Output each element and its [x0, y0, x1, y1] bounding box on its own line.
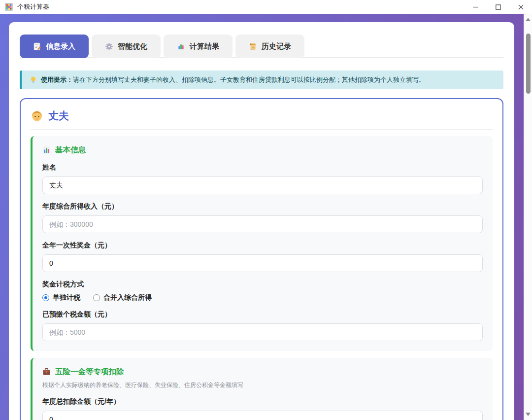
divider: [31, 129, 493, 130]
basic-info-header: 基本信息: [42, 145, 483, 155]
annual-income-input[interactable]: [42, 215, 483, 233]
radio-separate-tax[interactable]: 单独计税: [42, 293, 80, 302]
usage-tip-banner: 使用提示：请在下方分别填写丈夫和妻子的收入、扣除项信息。子女教育和住房贷款利息可…: [20, 70, 503, 89]
title-bar: 个税计算器: [0, 0, 532, 14]
maximize-button[interactable]: [487, 0, 509, 14]
radio-label: 单独计税: [53, 293, 80, 302]
husband-card: 丈夫 基本信息 姓名: [20, 98, 503, 420]
husband-title: 丈夫: [48, 109, 69, 123]
tab-history[interactable]: 历史记录: [235, 35, 304, 58]
gear-icon: [105, 42, 113, 51]
tab-label: 计算结果: [190, 42, 219, 51]
tab-bar: 信息录入 智能优化: [20, 35, 503, 58]
app-icon: [5, 3, 13, 11]
radio-label: 合并入综合所得: [103, 293, 152, 302]
lightbulb-icon: [30, 76, 37, 84]
bonus-tax-method-group: 单独计税 合并入综合所得: [42, 293, 483, 302]
window-title: 个税计算器: [17, 2, 49, 11]
social-insurance-header: 五险一金等专项扣除: [42, 367, 483, 377]
husband-header: 丈夫: [31, 109, 493, 123]
annual-income-label: 年度综合所得收入（元）: [42, 202, 483, 211]
tab-smart-optimize[interactable]: 智能优化: [92, 35, 161, 58]
scroll-icon: [249, 42, 257, 51]
tab-info-entry[interactable]: 信息录入: [20, 35, 89, 58]
annual-bonus-input[interactable]: [42, 254, 483, 272]
scrollbar-thumb[interactable]: [526, 34, 531, 94]
prepaid-tax-input[interactable]: [42, 323, 483, 341]
radio-selected-icon[interactable]: [42, 294, 49, 301]
radio-merge-comprehensive[interactable]: 合并入综合所得: [93, 293, 152, 302]
basic-info-section: 基本信息 姓名 年度综合所得收入（元） 全年一次性奖金（元） 奖金计税方式 单独…: [31, 136, 493, 351]
tab-calc-result[interactable]: 计算结果: [164, 35, 233, 58]
memo-icon: [33, 42, 41, 51]
social-insurance-section: 五险一金等专项扣除 根据个人实际缴纳的养老保险、医疗保险、失业保险、住房公积金等…: [31, 358, 493, 420]
annual-deduction-label: 年度总扣除金额（元/年）: [42, 397, 483, 406]
bonus-tax-method-label: 奖金计税方式: [42, 280, 483, 289]
radio-unselected-icon[interactable]: [93, 294, 100, 301]
bar-chart-icon: [177, 42, 185, 51]
app-background: 信息录入 智能优化: [0, 14, 524, 420]
scroll-up-arrow-icon[interactable]: [526, 18, 531, 21]
social-insurance-description: 根据个人实际缴纳的养老保险、医疗保险、失业保险、住房公积金等金额填写: [42, 381, 483, 389]
tip-text: 使用提示：请在下方分别填写丈夫和妻子的收入、扣除项信息。子女教育和住房贷款利息可…: [41, 75, 425, 84]
content-panel: 信息录入 智能优化: [9, 22, 514, 420]
bar-chart-icon: [42, 146, 51, 154]
tab-label: 信息录入: [46, 42, 75, 51]
prepaid-tax-label: 已预缴个税金额（元）: [42, 310, 483, 319]
name-input[interactable]: [42, 176, 483, 194]
basic-info-title: 基本信息: [55, 145, 86, 155]
vertical-scrollbar[interactable]: [524, 14, 532, 420]
tab-label: 智能优化: [118, 42, 147, 51]
social-insurance-title: 五险一金等专项扣除: [55, 367, 124, 377]
tab-label: 历史记录: [262, 42, 291, 51]
minimize-button[interactable]: [464, 0, 487, 14]
scroll-down-arrow-icon[interactable]: [526, 413, 531, 416]
man-icon: [31, 109, 43, 122]
annual-bonus-label: 全年一次性奖金（元）: [42, 241, 483, 250]
name-label: 姓名: [42, 163, 483, 172]
annual-deduction-input[interactable]: [42, 411, 483, 420]
briefcase-icon: [42, 368, 51, 376]
close-button[interactable]: [509, 0, 532, 14]
